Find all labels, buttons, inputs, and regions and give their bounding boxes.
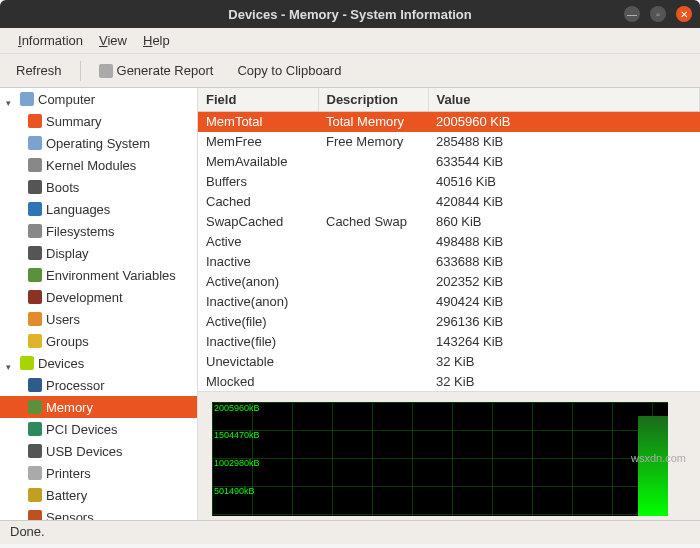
report-icon — [99, 64, 113, 78]
cell-field: Active(anon) — [198, 272, 318, 292]
sidebar-item-label: Users — [46, 312, 80, 327]
sidebar-item-usb-devices[interactable]: USB Devices — [0, 440, 197, 462]
sidebar-item-label: Display — [46, 246, 89, 261]
sidebar-item-processor[interactable]: Processor — [0, 374, 197, 396]
menu-view[interactable]: View — [91, 29, 135, 52]
sidebar-item-pci-devices[interactable]: PCI Devices — [0, 418, 197, 440]
y-tick-label: 1002980kB — [214, 458, 260, 468]
cpu-icon — [28, 378, 42, 392]
display-icon — [28, 246, 42, 260]
copy-clipboard-button[interactable]: Copy to Clipboard — [231, 59, 347, 82]
toolbar: Refresh Generate Report Copy to Clipboar… — [0, 54, 700, 88]
os-icon — [28, 136, 42, 150]
table-row[interactable]: Inactive(anon)490424 KiB — [198, 292, 700, 312]
table-row[interactable]: Active(file)296136 KiB — [198, 312, 700, 332]
group-label: Devices — [38, 356, 84, 371]
sidebar-item-memory[interactable]: Memory — [0, 396, 197, 418]
sidebar-item-label: Kernel Modules — [46, 158, 136, 173]
header-value[interactable]: Value — [428, 88, 700, 112]
sidebar-item-sensors[interactable]: Sensors — [0, 506, 197, 520]
sidebar-item-groups[interactable]: Groups — [0, 330, 197, 352]
refresh-button[interactable]: Refresh — [10, 59, 68, 82]
computer-icon — [20, 92, 34, 106]
cell-value: 296136 KiB — [428, 312, 700, 332]
sidebar-item-development[interactable]: Development — [0, 286, 197, 308]
header-description[interactable]: Description — [318, 88, 428, 112]
sidebar-item-filesystems[interactable]: Filesystems — [0, 220, 197, 242]
table-row[interactable]: MemTotalTotal Memory2005960 KiB — [198, 112, 700, 132]
lang-icon — [28, 202, 42, 216]
cell-description — [318, 312, 428, 332]
close-button[interactable]: ✕ — [676, 6, 692, 22]
sidebar-item-battery[interactable]: Battery — [0, 484, 197, 506]
sidebar-item-display[interactable]: Display — [0, 242, 197, 264]
table-row[interactable]: SwapCachedCached Swap860 KiB — [198, 212, 700, 232]
sidebar-item-label: Printers — [46, 466, 91, 481]
sidebar[interactable]: Computer SummaryOperating SystemKernel M… — [0, 88, 198, 520]
menu-help[interactable]: Help — [135, 29, 178, 52]
cell-description — [318, 372, 428, 392]
cell-value: 285488 KiB — [428, 132, 700, 152]
kernel-icon — [28, 158, 42, 172]
cell-field: SwapCached — [198, 212, 318, 232]
sidebar-item-operating-system[interactable]: Operating System — [0, 132, 197, 154]
cell-description — [318, 272, 428, 292]
menubar: Information View Help — [0, 28, 700, 54]
sidebar-item-summary[interactable]: Summary — [0, 110, 197, 132]
cell-value: 2005960 KiB — [428, 112, 700, 132]
table-row[interactable]: Unevictable32 KiB — [198, 352, 700, 372]
cell-field: Inactive — [198, 252, 318, 272]
sidebar-item-printers[interactable]: Printers — [0, 462, 197, 484]
main-panel: Field Description Value MemTotalTotal Me… — [198, 88, 700, 520]
sidebar-item-languages[interactable]: Languages — [0, 198, 197, 220]
pci-icon — [28, 422, 42, 436]
memory-table-wrap[interactable]: Field Description Value MemTotalTotal Me… — [198, 88, 700, 392]
sidebar-item-label: Processor — [46, 378, 105, 393]
sidebar-item-label: Battery — [46, 488, 87, 503]
cell-value: 202352 KiB — [428, 272, 700, 292]
cell-field: Buffers — [198, 172, 318, 192]
table-row[interactable]: Cached420844 KiB — [198, 192, 700, 212]
table-row[interactable]: Buffers40516 KiB — [198, 172, 700, 192]
watermark: wsxdn.com — [631, 452, 686, 464]
cell-value: 633688 KiB — [428, 252, 700, 272]
sidebar-group-computer[interactable]: Computer — [0, 88, 197, 110]
sidebar-item-boots[interactable]: Boots — [0, 176, 197, 198]
sidebar-item-environment-variables[interactable]: Environment Variables — [0, 264, 197, 286]
table-row[interactable]: Inactive(file)143264 KiB — [198, 332, 700, 352]
cell-field: Mlocked — [198, 372, 318, 392]
table-row[interactable]: MemFreeFree Memory285488 KiB — [198, 132, 700, 152]
sidebar-item-users[interactable]: Users — [0, 308, 197, 330]
cell-description — [318, 152, 428, 172]
cell-field: MemAvailable — [198, 152, 318, 172]
maximize-button[interactable]: ▫ — [650, 6, 666, 22]
cell-value: 490424 KiB — [428, 292, 700, 312]
menu-information[interactable]: Information — [10, 29, 91, 52]
table-row[interactable]: Mlocked32 KiB — [198, 372, 700, 392]
window-controls: — ▫ ✕ — [624, 6, 692, 22]
table-row[interactable]: Active(anon)202352 KiB — [198, 272, 700, 292]
table-row[interactable]: MemAvailable633544 KiB — [198, 152, 700, 172]
cell-description — [318, 252, 428, 272]
sidebar-item-label: Development — [46, 290, 123, 305]
minimize-button[interactable]: — — [624, 6, 640, 22]
sidebar-item-label: Filesystems — [46, 224, 115, 239]
fs-icon — [28, 224, 42, 238]
generate-report-button[interactable]: Generate Report — [93, 59, 220, 82]
table-row[interactable]: Active498488 KiB — [198, 232, 700, 252]
expander-icon[interactable] — [6, 94, 16, 104]
sidebar-item-kernel-modules[interactable]: Kernel Modules — [0, 154, 197, 176]
sidebar-group-devices[interactable]: Devices — [0, 352, 197, 374]
mem-icon — [28, 400, 42, 414]
cell-value: 32 KiB — [428, 352, 700, 372]
cell-description — [318, 332, 428, 352]
y-tick-label: 501490kB — [214, 486, 255, 496]
cell-field: Active — [198, 232, 318, 252]
table-row[interactable]: Inactive633688 KiB — [198, 252, 700, 272]
sensors-icon — [28, 510, 42, 520]
header-field[interactable]: Field — [198, 88, 318, 112]
usb-icon — [28, 444, 42, 458]
sidebar-item-label: Environment Variables — [46, 268, 176, 283]
printer-icon — [28, 466, 42, 480]
expander-icon[interactable] — [6, 358, 16, 368]
